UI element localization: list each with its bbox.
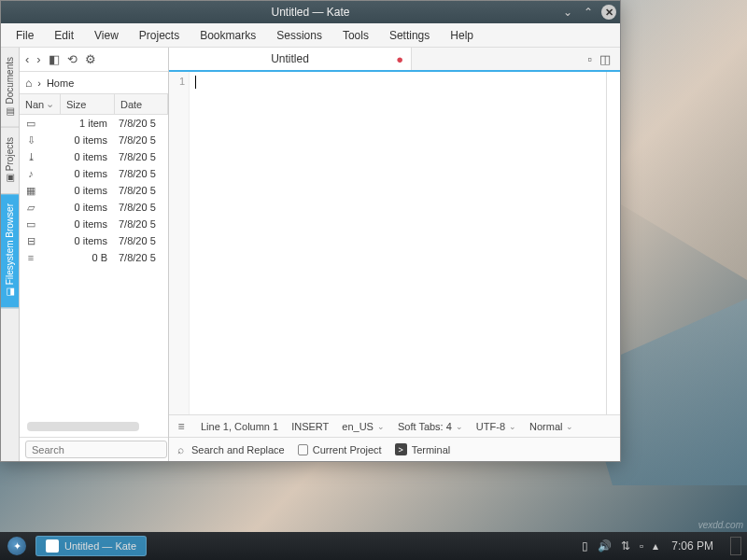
- list-item[interactable]: ♪0 items7/8/20 5: [20, 165, 168, 182]
- file-list-header: Nan⌄ Size Date: [20, 94, 168, 115]
- task-title: Untitled — Kate: [64, 540, 136, 552]
- menu-file[interactable]: File: [7, 25, 43, 46]
- list-item[interactable]: ▱0 items7/8/20 5: [20, 199, 168, 216]
- text-editor[interactable]: [190, 72, 607, 414]
- documents-icon: ▤: [6, 108, 15, 118]
- column-date[interactable]: Date: [115, 94, 168, 114]
- breadcrumb-home[interactable]: Home: [47, 77, 74, 89]
- bookmark-icon[interactable]: ◧: [49, 52, 60, 66]
- options-icon[interactable]: ⚙: [85, 52, 96, 66]
- kate-window: Untitled — Kate ⌄ ⌃ ✕ File Edit View Pro…: [0, 0, 621, 462]
- tab-projects[interactable]: ▣Projects: [1, 128, 19, 194]
- menu-bookmarks[interactable]: Bookmarks: [190, 25, 265, 46]
- tab-filesystem-browser[interactable]: ◧Filesystem Browser: [1, 194, 19, 308]
- breadcrumb[interactable]: ⌂ › Home: [20, 72, 168, 94]
- network-tray-icon[interactable]: ▫: [640, 539, 643, 553]
- list-item[interactable]: ⤓0 items7/8/20 5: [20, 148, 168, 165]
- line-number-gutter: 1: [169, 72, 190, 414]
- image-icon: ▦: [20, 185, 38, 197]
- panel-search-replace[interactable]: ⌕Search and Replace: [175, 443, 285, 455]
- kde-logo-icon: ✦: [7, 537, 26, 555]
- breadcrumb-separator: ›: [37, 77, 41, 89]
- show-desktop-button[interactable]: [730, 537, 741, 555]
- device-tray-icon[interactable]: ⇅: [621, 539, 630, 553]
- nav-forward-icon[interactable]: ›: [36, 52, 40, 66]
- clipboard-tray-icon[interactable]: ▯: [582, 539, 588, 553]
- menu-view[interactable]: View: [85, 25, 128, 46]
- highlight-selector[interactable]: Normal⌄: [529, 421, 573, 432]
- maximize-button[interactable]: ⌃: [581, 5, 596, 20]
- tray-expand-icon[interactable]: ▴: [653, 539, 658, 553]
- locale-selector[interactable]: en_US⌄: [342, 421, 385, 432]
- list-item[interactable]: ▭1 item7/8/20 5: [20, 115, 168, 132]
- menu-edit[interactable]: Edit: [45, 25, 83, 46]
- document-tab[interactable]: Untitled ●: [169, 48, 412, 70]
- terminal-icon: >: [395, 443, 407, 455]
- download-folder-icon: ⇩: [20, 134, 38, 147]
- volume-tray-icon[interactable]: 🔊: [598, 539, 612, 553]
- text-cursor: [195, 76, 196, 89]
- titlebar[interactable]: Untitled — Kate ⌄ ⌃ ✕: [1, 1, 620, 23]
- list-item[interactable]: ▦0 items7/8/20 5: [20, 182, 168, 199]
- new-document-icon[interactable]: ▫: [587, 52, 592, 66]
- window-title: Untitled — Kate: [271, 6, 349, 19]
- clock[interactable]: 7:06 PM: [668, 539, 717, 553]
- project-icon: [298, 444, 308, 455]
- kate-app-icon: [46, 539, 59, 553]
- tab-documents[interactable]: ▤Documents: [1, 48, 19, 128]
- menu-help[interactable]: Help: [441, 25, 483, 46]
- music-icon: ♪: [20, 168, 38, 179]
- insert-mode[interactable]: INSERT: [291, 421, 329, 432]
- line-number: 1: [169, 76, 185, 87]
- column-size[interactable]: Size: [61, 94, 115, 114]
- cursor-position[interactable]: Line 1, Column 1: [201, 421, 278, 432]
- tab-mode-selector[interactable]: Soft Tabs: 4⌄: [398, 421, 463, 432]
- home-icon[interactable]: ⌂: [25, 77, 32, 90]
- minimize-button[interactable]: ⌄: [560, 5, 575, 20]
- horizontal-scrollbar[interactable]: [27, 422, 139, 431]
- public-folder-icon: ▱: [20, 202, 38, 214]
- folder-icon: ◧: [6, 288, 15, 298]
- watermark: vexdd.com: [698, 520, 743, 530]
- chevron-down-icon: ⌄: [377, 422, 385, 431]
- chevron-down-icon: ⌄: [456, 422, 463, 431]
- close-tab-icon[interactable]: ●: [396, 52, 403, 66]
- status-menu-icon[interactable]: ≡: [175, 420, 188, 433]
- search-icon: ⌕: [175, 443, 187, 455]
- menu-sessions[interactable]: Sessions: [267, 25, 331, 46]
- download-icon: ⤓: [20, 151, 38, 163]
- left-tool-tabs: ▤Documents ▣Projects ◧Filesystem Browser: [1, 48, 20, 461]
- list-item[interactable]: ▭0 items7/8/20 5: [20, 216, 168, 232]
- filesystem-sidebar: ‹ › ◧ ⟲ ⚙ ⌂ › Home Nan⌄ Size Date ▭1 ite…: [20, 48, 169, 461]
- list-item[interactable]: ⊟0 items7/8/20 5: [20, 232, 168, 249]
- menubar: File Edit View Projects Bookmarks Sessio…: [1, 23, 620, 48]
- folder-icon: ▭: [20, 118, 38, 130]
- sync-icon[interactable]: ⟲: [67, 52, 78, 66]
- taskbar: ✦ Untitled — Kate ▯ 🔊 ⇅ ▫ ▴ 7:06 PM: [0, 532, 747, 560]
- chevron-down-icon: ⌄: [509, 422, 516, 431]
- nav-back-icon[interactable]: ‹: [25, 52, 29, 66]
- chevron-down-icon: ⌄: [566, 422, 573, 431]
- editor-body: 1: [169, 72, 620, 414]
- video-icon: ⊟: [20, 235, 38, 247]
- menu-tools[interactable]: Tools: [333, 25, 378, 46]
- encoding-selector[interactable]: UTF-8⌄: [476, 421, 516, 432]
- split-view-icon[interactable]: ◫: [599, 52, 611, 66]
- file-icon: ≡: [20, 252, 38, 263]
- column-name[interactable]: Nan⌄: [20, 94, 61, 114]
- tab-title: Untitled: [271, 52, 309, 65]
- taskbar-entry-kate[interactable]: Untitled — Kate: [35, 536, 147, 556]
- start-button[interactable]: ✦: [4, 533, 30, 559]
- sidebar-nav: ‹ › ◧ ⟲ ⚙: [20, 48, 168, 72]
- list-item[interactable]: ⇩0 items7/8/20 5: [20, 132, 168, 148]
- search-input[interactable]: [25, 441, 167, 458]
- panel-current-project[interactable]: Current Project: [298, 444, 382, 455]
- list-item[interactable]: ≡0 B7/8/20 5: [20, 249, 168, 266]
- menu-settings[interactable]: Settings: [380, 25, 439, 46]
- projects-icon: ▣: [6, 175, 15, 184]
- panel-terminal[interactable]: >Terminal: [395, 443, 451, 455]
- close-button[interactable]: ✕: [601, 5, 616, 20]
- menu-projects[interactable]: Projects: [130, 25, 189, 46]
- editor-pane: Untitled ● ▫ ◫ 1 ≡ Line 1, Column: [169, 48, 620, 461]
- template-icon: ▭: [20, 218, 38, 231]
